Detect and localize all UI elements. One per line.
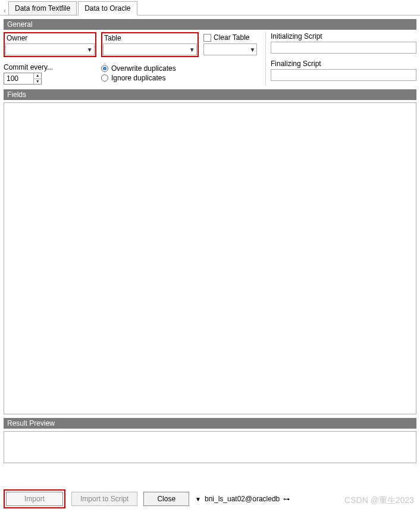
commit-every-spinner[interactable]: ▲ ▼	[4, 73, 42, 85]
ignore-duplicates-radio[interactable]: Ignore duplicates	[101, 74, 199, 82]
overwrite-duplicates-label: Overwrite duplicates	[111, 64, 176, 73]
checkbox-icon	[203, 34, 211, 42]
init-script-input[interactable]	[271, 42, 416, 54]
clear-table-label: Clear Table	[214, 33, 249, 42]
ignore-duplicates-label: Ignore duplicates	[111, 74, 165, 82]
final-script-input[interactable]	[271, 69, 416, 81]
chevron-down-icon[interactable]: ▼	[249, 46, 256, 53]
section-result-title: Result Preview	[7, 419, 55, 427]
close-button-label: Close	[157, 495, 175, 503]
tab-data-from-textfile[interactable]: Data from Textfile	[8, 1, 77, 15]
section-result-header: Result Preview	[4, 418, 416, 429]
section-fields-header: Fields	[4, 89, 416, 100]
spinner-up-icon[interactable]: ▲	[34, 73, 41, 79]
chevron-down-icon: ▼	[195, 496, 201, 502]
result-preview-box[interactable]	[4, 431, 416, 463]
section-fields-title: Fields	[7, 90, 26, 99]
tab-label: Data to Oracle	[84, 4, 130, 13]
init-script-label: Initializing Script	[271, 32, 416, 40]
left-chevron-icon[interactable]: ‹	[1, 7, 8, 15]
owner-combo[interactable]: ▼	[5, 43, 95, 55]
tab-strip: ‹ Data from Textfile Data to Oracle	[0, 0, 420, 15]
import-to-script-button[interactable]: Import to Script	[71, 492, 137, 506]
commit-every-input[interactable]	[4, 73, 33, 84]
table-label: Table	[103, 34, 197, 42]
owner-label: Owner	[5, 34, 95, 42]
import-button-highlight: Import	[4, 489, 65, 508]
tab-data-to-oracle[interactable]: Data to Oracle	[78, 1, 137, 15]
spinner-down-icon[interactable]: ▼	[34, 79, 41, 85]
table-combo[interactable]: ▼	[103, 43, 197, 55]
fields-grid[interactable]	[4, 102, 416, 414]
section-general-title: General	[7, 20, 33, 29]
divider	[265, 32, 266, 86]
overwrite-duplicates-radio[interactable]: Overwrite duplicates	[101, 64, 199, 73]
table-input[interactable]	[104, 45, 188, 54]
final-script-label: Finalizing Script	[271, 60, 416, 68]
radio-icon	[101, 74, 108, 82]
close-button[interactable]: Close	[143, 492, 189, 506]
radio-selected-icon	[101, 65, 108, 72]
owner-input[interactable]	[6, 45, 86, 54]
commit-every-label: Commit every...	[4, 63, 96, 71]
section-general-header: General	[4, 19, 416, 30]
import-button-label: Import	[24, 495, 45, 503]
chevron-down-icon[interactable]: ▼	[86, 46, 94, 53]
clear-table-checkbox[interactable]: Clear Table	[203, 33, 249, 42]
bottom-toolbar: Import Import to Script Close ▼ bni_ls_u…	[4, 489, 416, 508]
import-button[interactable]: Import	[6, 492, 63, 506]
chevron-down-icon[interactable]: ▼	[188, 46, 196, 53]
table-field-highlight: Table ▼	[101, 32, 199, 57]
pin-icon[interactable]: ⊶	[283, 495, 290, 503]
clear-table-combo[interactable]: ▼	[203, 43, 257, 55]
connection-selector[interactable]: ▼ bni_ls_uat02@oracledb ⊶	[195, 495, 290, 503]
owner-field-highlight: Owner ▼	[4, 32, 96, 57]
clear-table-combo-input[interactable]	[204, 45, 249, 54]
connection-label: bni_ls_uat02@oracledb	[205, 495, 280, 503]
tab-label: Data from Textfile	[15, 4, 70, 13]
import-to-script-label: Import to Script	[80, 495, 128, 503]
general-panel: Owner ▼ Commit every... ▲ ▼ Table ▼	[0, 32, 420, 86]
